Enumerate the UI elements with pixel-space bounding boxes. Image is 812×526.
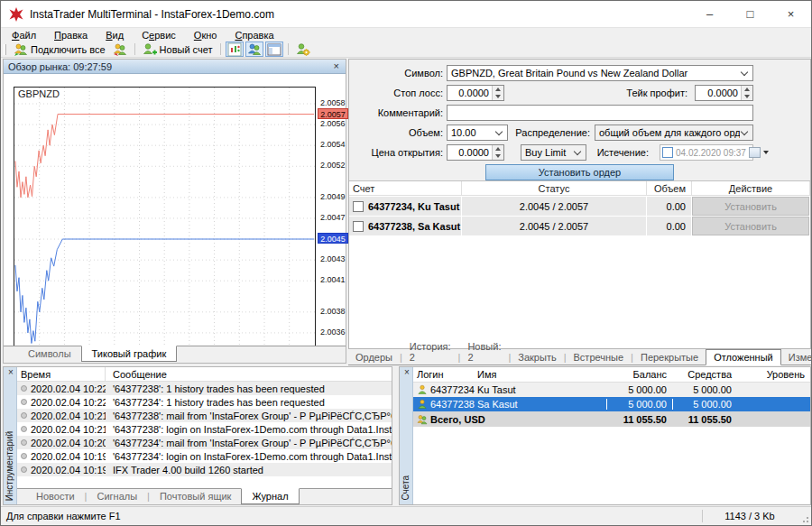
window-controls: – □ × — [689, 1, 811, 27]
account-checkbox[interactable] — [353, 201, 364, 212]
expiration-checkbox[interactable] — [662, 147, 673, 158]
spin-down-icon[interactable] — [742, 93, 752, 100]
account-settings-button[interactable] — [292, 42, 314, 57]
spin-up-icon[interactable] — [493, 145, 503, 152]
journal-message-header[interactable]: Сообщение — [106, 369, 167, 380]
menu-item-2[interactable]: Правка — [45, 30, 97, 41]
toolbar-separator — [134, 43, 135, 55]
accounts-close-icon[interactable]: × — [402, 368, 411, 377]
take-profit-input[interactable]: 0.0000 — [695, 85, 753, 101]
expiration-field: 04.02.2020 09:37 — [660, 144, 753, 161]
order-col-header-2[interactable]: Статус — [462, 181, 647, 195]
journal-row[interactable]: 2020.02.04 10:20:0...'64377234': mail fr… — [17, 436, 392, 449]
journal-entry-icon — [21, 412, 27, 419]
menu-item-1[interactable]: Файл — [3, 30, 45, 41]
journal-row[interactable]: 2020.02.04 10:22:2...'64377238': 1 histo… — [17, 382, 392, 395]
status-traffic-text: 1143 / 3 Kb — [703, 511, 797, 521]
orders-tab-6[interactable]: Перекрытые — [633, 350, 706, 365]
close-button[interactable]: × — [770, 1, 811, 27]
account-login: 64377234 — [430, 384, 475, 395]
menu-item-3[interactable]: Вид — [97, 30, 133, 41]
spin-up-icon[interactable] — [742, 86, 752, 93]
minimize-button[interactable]: – — [689, 1, 730, 27]
market-watch-tab-1[interactable]: Символы — [18, 346, 81, 361]
chevron-down-icon — [741, 127, 748, 134]
spin-down-icon[interactable] — [493, 93, 503, 100]
journal-message: '64377234': mail from 'InstaForex Group'… — [106, 438, 392, 448]
toolbar-separator — [220, 43, 221, 55]
journal-message: '64377234': login on InstaForex-1Demo.co… — [106, 451, 392, 462]
toolbar-grip[interactable] — [4, 44, 6, 55]
date-dropdown-icon[interactable] — [763, 151, 769, 154]
order-table-row[interactable]: 64377234, Ku Tasut2.0045 / 2.00570.00Уст… — [349, 197, 810, 216]
accounts-toggle-button[interactable] — [245, 42, 263, 57]
journal-row[interactable]: 2020.02.04 10:21:1...'64377238': mail fr… — [17, 409, 392, 422]
orders-tab-2[interactable]: История: 2 — [402, 339, 458, 365]
journal-tab-2[interactable]: Сигналы — [87, 489, 147, 503]
journal-time-header[interactable]: Время — [17, 367, 106, 381]
terminal-toggle-button[interactable] — [265, 42, 283, 57]
spin-up-icon[interactable] — [493, 86, 503, 93]
market-watch-toggle-button[interactable] — [226, 42, 244, 57]
calendar-icon[interactable] — [749, 147, 761, 158]
orders-tab-1[interactable]: Ордеры — [348, 350, 400, 365]
connect-all-button[interactable]: Подключить все — [10, 42, 109, 57]
order-col-header-4[interactable]: Действие — [692, 181, 810, 195]
spin-down-icon[interactable] — [493, 152, 503, 160]
orders-tab-5[interactable]: Встречные — [567, 350, 632, 365]
order-col-header-1[interactable]: Счет — [349, 181, 462, 195]
journal-row[interactable]: 2020.02.04 10:19:3...IFX Trader 4.00 bui… — [17, 463, 392, 476]
orders-tab-3[interactable]: Новый: 2 — [460, 339, 508, 365]
orders-tab-8[interactable]: Изменить — [781, 350, 812, 365]
order-table-row[interactable]: 64377238, Sa Kasut2.0045 / 2.00570.00Уст… — [349, 217, 810, 235]
symbol-select[interactable]: GBPNZD, Great Britain Pound vs New Zeala… — [447, 65, 753, 81]
window-title: InstaTrader MultiTerminal - InstaForex-1… — [30, 8, 274, 21]
orders-tab-7[interactable]: Отложенный — [706, 349, 781, 365]
stop-loss-input[interactable]: 0.0000 — [447, 85, 504, 101]
disconnect-all-button[interactable] — [109, 42, 131, 57]
journal-tab-4[interactable]: Журнал — [241, 488, 299, 504]
menu-item-4[interactable]: Сервис — [133, 30, 185, 41]
place-order-row-button[interactable]: Установить — [692, 217, 809, 235]
maximize-button[interactable]: □ — [730, 1, 770, 27]
volume-select[interactable]: 10.00 — [447, 125, 508, 141]
place-order-row-button[interactable]: Установить — [692, 197, 809, 216]
order-table-body: 64377234, Ku Tasut2.0045 / 2.00570.00Уст… — [349, 197, 810, 235]
journal-tab-1[interactable]: Новости — [26, 489, 85, 503]
total-label-cell: Всего, USD — [413, 414, 606, 425]
journal-row[interactable]: 2020.02.04 10:19:5...'64377234': login o… — [17, 449, 392, 463]
market-watch-tab-2[interactable]: Тиковый график — [81, 346, 178, 362]
journal-time: 2020.02.04 10:21:0... — [31, 424, 106, 435]
accounts-panel-label: Счета — [401, 475, 411, 501]
comment-input[interactable] — [447, 105, 753, 121]
resize-grip[interactable] — [797, 507, 811, 525]
balance-header[interactable]: Баланс — [606, 369, 672, 380]
order-status-cell: 2.0045 / 2.0057 — [462, 217, 646, 235]
menu-item-6[interactable]: Справка — [226, 30, 282, 41]
account-checkbox[interactable] — [353, 221, 364, 232]
distribution-select[interactable]: общий объем для каждого ордера — [595, 125, 753, 141]
journal-row[interactable]: 2020.02.04 10:21:0...'64377238': login o… — [17, 422, 392, 436]
open-price-input[interactable]: 0.0000 — [447, 144, 504, 161]
journal-entry-icon — [21, 385, 27, 392]
chevron-down-icon — [741, 68, 748, 75]
price-tick-label: 2.0047 — [320, 213, 349, 222]
market-watch-close-icon[interactable]: × — [332, 61, 341, 71]
account-row[interactable]: 64377238Sa Kasut5 000.005 000.00 — [413, 397, 810, 411]
account-row[interactable]: 64377234Ku Tasut5 000.005 000.00 — [413, 383, 810, 397]
journal-tab-3[interactable]: Почтовый ящик — [150, 489, 241, 503]
menu-item-5[interactable]: Окно — [185, 30, 226, 41]
equity-header[interactable]: Средства — [672, 369, 737, 380]
order-col-header-3[interactable]: Объем — [647, 181, 692, 195]
new-account-button[interactable]: Новый счет — [139, 42, 217, 57]
orders-tab-4[interactable]: Закрыть — [511, 350, 563, 365]
toolbox-close-icon[interactable]: × — [6, 368, 15, 377]
place-order-button[interactable]: Установить ордер — [485, 164, 674, 180]
journal-row[interactable]: 2020.02.04 10:22:2...'64377234': 1 histo… — [17, 395, 392, 409]
level-header[interactable]: Уровень — [737, 369, 810, 380]
toolbox-panel-label: Инструментарий — [5, 431, 14, 501]
connect-all-icon — [14, 42, 28, 57]
name-header[interactable]: Имя — [472, 369, 606, 380]
login-header[interactable]: Логин — [413, 369, 472, 380]
journal-body: 2020.02.04 10:22:2...'64377238': 1 histo… — [17, 382, 392, 476]
